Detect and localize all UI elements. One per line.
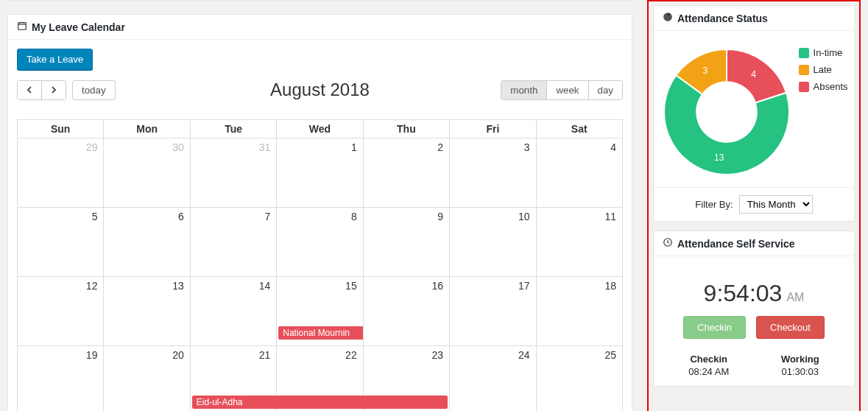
day-number: 25	[604, 349, 616, 361]
day-number: 12	[86, 280, 98, 292]
calendar-cell[interactable]: 9	[363, 208, 449, 277]
chart-legend: In-time Late Absents	[799, 47, 848, 92]
day-number: 31	[259, 141, 271, 153]
calendar-cell[interactable]: 18	[536, 277, 622, 346]
day-number: 13	[172, 280, 184, 292]
attendance-donut-chart: 1334	[660, 46, 793, 178]
day-number: 17	[518, 280, 530, 292]
day-number: 18	[604, 280, 616, 292]
calendar-cell[interactable]: 2	[363, 138, 449, 208]
calendar-cell[interactable]: 31	[190, 138, 276, 208]
chart-slice-label: 3	[703, 66, 708, 76]
calendar-cell[interactable]: 30	[104, 138, 190, 208]
stat-working: Working 01:30:03	[781, 354, 819, 377]
event-eid-ul-adha[interactable]	[276, 396, 363, 409]
calendar-cell[interactable]: 6	[104, 208, 190, 277]
calendar-cell[interactable]: 20	[104, 346, 190, 412]
event-eid-ul-adha[interactable]: Eid-ul-Adha	[192, 396, 276, 409]
calendar-cell[interactable]: 12	[18, 277, 104, 346]
event-national-mourning[interactable]: National Mournin	[278, 326, 362, 340]
clock-icon	[663, 237, 673, 250]
filter-row: Filter By: This Month	[654, 187, 854, 221]
day-number: 8	[351, 211, 357, 222]
event-eid-ul-adha[interactable]	[363, 396, 448, 409]
today-button[interactable]: today	[72, 80, 116, 100]
dow-header: Tue	[190, 120, 276, 138]
day-number: 5	[92, 211, 98, 222]
view-day-button[interactable]: day	[589, 81, 623, 99]
view-month-button[interactable]: month	[501, 81, 547, 99]
calendar-cell[interactable]: 1	[277, 138, 363, 208]
day-number: 3	[524, 141, 530, 153]
calendar-cell[interactable]: 17	[450, 277, 536, 346]
day-number: 7	[264, 211, 270, 222]
day-number: 24	[518, 349, 530, 361]
calendar-cell[interactable]: 23	[363, 346, 449, 412]
next-button[interactable]	[42, 81, 66, 99]
calendar-cell[interactable]: 21Eid-ul-Adha	[190, 346, 276, 412]
dow-header: Wed	[277, 120, 363, 138]
attendance-status-title: Attendance Status	[677, 13, 768, 24]
calendar-cell[interactable]: 3	[450, 138, 536, 208]
svg-rect-0	[18, 23, 27, 29]
day-number: 10	[518, 211, 530, 222]
checkin-button[interactable]: Checkin	[683, 316, 746, 339]
calendar-cell[interactable]: 16	[363, 277, 449, 346]
clock-ampm: AM	[786, 291, 804, 303]
calendar-cell[interactable]: 5	[18, 208, 104, 277]
dow-header: Fri	[450, 120, 536, 138]
calendar-cell[interactable]: 13	[104, 277, 190, 346]
calendar-cell[interactable]: 4	[536, 138, 622, 208]
calendar-cell[interactable]: 15National Mournin	[277, 277, 363, 346]
filter-select[interactable]: This Month	[739, 195, 813, 214]
day-number: 19	[86, 349, 98, 361]
day-number: 4	[610, 141, 616, 153]
legend-absents: Absents	[799, 81, 848, 92]
day-number: 9	[437, 211, 443, 222]
self-service-title: Attendance Self Service	[677, 238, 795, 250]
calendar-icon	[17, 21, 27, 33]
clock-display: 9:54:03AM	[663, 265, 845, 316]
day-number: 23	[432, 349, 444, 361]
calendar-cell[interactable]: 11	[536, 208, 622, 277]
calendar-cell[interactable]: 25	[536, 346, 622, 412]
calendar-cell[interactable]: 14	[190, 277, 276, 346]
leave-panel-header: My Leave Calendar	[8, 15, 632, 40]
nav-group	[17, 80, 66, 100]
pie-chart-icon	[663, 12, 673, 24]
day-number: 20	[172, 349, 184, 361]
calendar-cell[interactable]: 29	[18, 138, 104, 208]
calendar-cell[interactable]: 24	[450, 346, 536, 412]
stat-checkin: Checkin 08:24 AM	[688, 354, 729, 377]
self-service-header: Attendance Self Service	[654, 231, 854, 256]
calendar-cell[interactable]: 8	[277, 208, 363, 277]
chart-slice-label: 4	[751, 69, 756, 80]
clock-time: 9:54:03	[704, 280, 783, 306]
day-number: 15	[345, 280, 357, 292]
take-leave-button[interactable]: Take a Leave	[17, 49, 93, 70]
calendar-cell[interactable]: 22	[277, 346, 363, 412]
dow-header: Mon	[104, 120, 190, 138]
filter-label: Filter By:	[695, 199, 733, 210]
day-number: 1	[351, 141, 357, 153]
leave-panel-title: My Leave Calendar	[32, 21, 125, 33]
attendance-status-panel: Attendance Status 1334 In-time Late Abse…	[653, 5, 855, 222]
checkout-button[interactable]: Checkout	[756, 316, 825, 339]
view-group: month week day	[501, 80, 623, 100]
calendar-cell[interactable]: 7	[190, 208, 276, 277]
day-number: 2	[437, 141, 443, 153]
view-week-button[interactable]: week	[547, 81, 588, 99]
calendar-cell[interactable]: 10	[450, 208, 536, 277]
self-service-panel: Attendance Self Service 9:54:03AM Checki…	[653, 231, 855, 387]
day-number: 21	[259, 349, 271, 361]
legend-late: Late	[799, 64, 848, 75]
chart-slice-label: 13	[714, 152, 724, 163]
blank-top-panel	[7, 0, 632, 1]
leave-calendar-panel: My Leave Calendar Take a Leave today mon…	[7, 14, 632, 411]
day-number: 29	[86, 141, 98, 153]
dow-header: Thu	[363, 120, 449, 138]
day-number: 22	[345, 349, 357, 361]
calendar-cell[interactable]: 19	[18, 346, 104, 412]
day-number: 11	[604, 211, 616, 222]
prev-button[interactable]	[18, 81, 42, 99]
